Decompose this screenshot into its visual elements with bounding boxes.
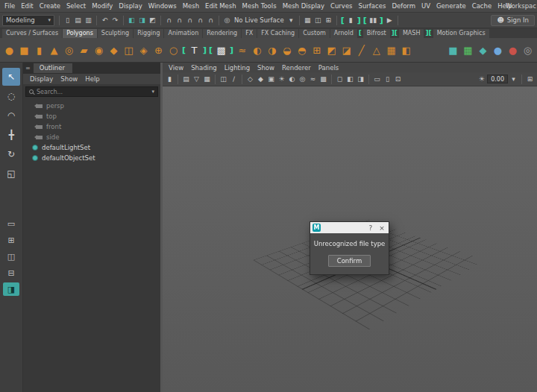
exposure-icon[interactable]: ☀ xyxy=(477,74,486,85)
wireframe-icon[interactable]: ◇ xyxy=(245,74,255,85)
shelf-tab-curves-surfaces[interactable]: Curves / Surfaces xyxy=(2,29,62,38)
move-tool[interactable]: ╋ xyxy=(2,126,20,144)
poly-torus-icon[interactable]: ◎ xyxy=(62,42,76,58)
close-icon[interactable]: × xyxy=(377,224,386,232)
outliner-item-top[interactable]: top xyxy=(23,111,160,121)
xray-joints-icon[interactable]: ◨ xyxy=(356,74,365,85)
outliner-item-front[interactable]: front xyxy=(23,121,160,132)
outliner-menu-help[interactable]: Help xyxy=(81,75,103,83)
multisample-icon[interactable]: ▩ xyxy=(318,74,328,85)
extrude-icon[interactable]: ⊞ xyxy=(310,42,324,58)
select-tool[interactable]: ↖ xyxy=(2,68,20,86)
menu-cache[interactable]: Cache xyxy=(469,1,494,11)
viewport-menu-view[interactable]: View xyxy=(165,64,187,72)
outliner-item-persp[interactable]: persp xyxy=(23,101,160,111)
outliner-search-field[interactable]: Search... ▾ xyxy=(25,86,158,97)
shelf-tab-arnold[interactable]: Arnold xyxy=(330,29,357,38)
screen-space-ao-icon[interactable]: ◎ xyxy=(298,74,307,85)
poly-pipe-icon[interactable]: ◫ xyxy=(122,42,136,58)
evaluation-pause-icon[interactable]: ▮▮ xyxy=(368,15,378,26)
menu-file[interactable]: File xyxy=(1,1,18,11)
multi-cut-icon[interactable]: ╱ xyxy=(354,42,368,58)
redo-icon[interactable]: ↷ xyxy=(110,15,120,26)
grease-pencil-icon[interactable]: ∕ xyxy=(229,74,239,85)
snap-to-projected-center-icon[interactable]: ∩ xyxy=(195,15,205,26)
snap-to-curve-icon[interactable]: ∩ xyxy=(175,15,184,26)
menu-surfaces[interactable]: Surfaces xyxy=(356,1,389,11)
poly-cylinder-icon[interactable]: ▮ xyxy=(32,42,46,58)
target-weld-icon[interactable]: △ xyxy=(369,42,383,58)
poly-gear-icon[interactable]: ⊕ xyxy=(151,42,166,58)
render-settings-icon[interactable]: ⊞ xyxy=(324,15,333,26)
platonic-solid-icon[interactable]: ◆ xyxy=(107,42,121,58)
menu-select[interactable]: Select xyxy=(63,1,89,11)
scale-tool[interactable]: ◱ xyxy=(2,165,20,183)
use-all-lights-icon[interactable]: ☀ xyxy=(277,74,286,85)
shelf-tab-rigging[interactable]: Rigging xyxy=(134,29,163,38)
bifrost-graph-icon[interactable]: ◆ xyxy=(476,42,490,58)
select-component-icon[interactable]: ◩ xyxy=(148,15,157,26)
viewport-layout-icon[interactable]: ⊞ xyxy=(525,74,535,85)
layout-four-pane[interactable]: ⊞ xyxy=(3,233,19,247)
menu-mesh[interactable]: Mesh xyxy=(180,1,202,11)
undo-icon[interactable]: ↶ xyxy=(100,15,110,26)
poly-type-icon[interactable]: T xyxy=(187,42,201,58)
layout-outliner-persp[interactable]: ◨ xyxy=(3,282,19,296)
panel-divider[interactable] xyxy=(160,63,163,392)
poly-cube-icon[interactable]: ■ xyxy=(17,42,31,58)
mash-network-icon[interactable]: ■ xyxy=(446,42,460,58)
motion-blur-icon[interactable]: ≈ xyxy=(308,74,318,85)
render-view-icon[interactable]: ▦ xyxy=(303,15,313,26)
image-plane-icon[interactable]: ▦ xyxy=(202,74,212,85)
bevel-icon[interactable]: ◩ xyxy=(324,42,339,58)
snap-to-view-plane-icon[interactable]: ∩ xyxy=(206,15,216,26)
mash-editor-icon[interactable]: ▦ xyxy=(461,42,475,58)
menuset-dropdown[interactable]: Modeling ▾ xyxy=(2,15,54,26)
field-chart-icon[interactable]: ⊡ xyxy=(393,74,403,85)
shelf-tab-rendering[interactable]: Rendering xyxy=(203,29,241,38)
separate-icon[interactable]: ◓ xyxy=(295,42,309,58)
gate-mask-icon[interactable]: ▯ xyxy=(383,74,392,85)
help-button[interactable]: ? xyxy=(366,224,375,232)
xray-icon[interactable]: ◧ xyxy=(345,74,355,85)
bullet-soft-body-icon[interactable]: ◎ xyxy=(521,42,535,58)
viewport-menu-shading[interactable]: Shading xyxy=(187,64,221,72)
dialog-titlebar[interactable]: M ? × xyxy=(310,222,389,233)
camera-attributes-icon[interactable]: ▤ xyxy=(181,74,191,85)
paint-select-tool[interactable]: ◠ xyxy=(2,107,20,124)
viewport-menu-show[interactable]: Show xyxy=(254,64,278,72)
bridge-icon[interactable]: ◪ xyxy=(339,42,354,58)
ipr-render-icon[interactable]: ◫ xyxy=(313,15,323,26)
layout-two-pane-stacked[interactable]: ⊟ xyxy=(3,266,19,279)
poly-helix-icon[interactable]: ◈ xyxy=(136,42,151,58)
symmetry-icon[interactable]: ▮ xyxy=(346,15,356,26)
bookmark-icon[interactable]: ▽ xyxy=(192,74,201,85)
outliner-menu-display[interactable]: Display xyxy=(26,75,57,83)
menu-mesh-display[interactable]: Mesh Display xyxy=(280,1,327,11)
select-object-icon[interactable]: ◨ xyxy=(137,15,147,26)
mirror-icon[interactable]: ◧ xyxy=(399,42,413,58)
quad-draw-icon[interactable]: ▦ xyxy=(384,42,398,58)
snap-to-point-icon[interactable]: ∩ xyxy=(185,15,195,26)
make-live-icon[interactable]: ◎ xyxy=(222,15,232,26)
exposure-value[interactable]: 0.00 xyxy=(487,75,508,83)
pane-menu-icon[interactable]: ≡ xyxy=(25,65,31,72)
shelf-tab-mash[interactable]: MASH xyxy=(399,29,424,38)
poly-soccer-ball-icon[interactable]: ○ xyxy=(166,42,180,58)
confirm-button[interactable]: Confirm xyxy=(328,255,371,267)
sign-in-button[interactable]: ☻ Sign In xyxy=(491,15,535,26)
menu-edit-mesh[interactable]: Edit Mesh xyxy=(202,1,239,11)
shelf-tab-animation[interactable]: Animation xyxy=(164,29,202,38)
shelf-tab-fx-caching[interactable]: FX Caching xyxy=(257,29,298,38)
sweep-mesh-icon[interactable]: ≈ xyxy=(235,42,249,58)
viewport-menu-renderer[interactable]: Renderer xyxy=(278,64,315,72)
menu-display[interactable]: Display xyxy=(116,1,145,11)
open-scene-icon[interactable]: ▤ xyxy=(73,15,83,26)
menu-modify[interactable]: Modify xyxy=(89,1,116,11)
chevron-down-icon[interactable]: ▾ xyxy=(286,15,296,26)
menu-edit[interactable]: Edit xyxy=(18,1,36,11)
live-surface-dropdown[interactable]: No Live Surface xyxy=(233,16,286,24)
outliner-menu-show[interactable]: Show xyxy=(57,75,81,83)
two-d-pan-zoom-icon[interactable]: ◫ xyxy=(219,74,228,85)
shelf-tab-custom[interactable]: Custom xyxy=(299,29,330,38)
